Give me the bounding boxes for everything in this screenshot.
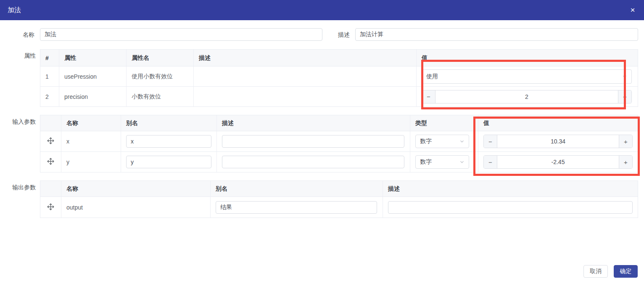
prop-name: 使用小数有效位 (127, 66, 194, 86)
type-select[interactable]: 数字 (415, 135, 469, 148)
input-params-section-label: 输入参数 (0, 118, 36, 126)
description-label: 描述 (315, 28, 350, 41)
stepper-plus-button[interactable]: + (619, 156, 632, 168)
stepper-minus-button[interactable]: − (422, 90, 435, 103)
value-stepper: − -2.45 + (483, 155, 633, 169)
stepper-value[interactable]: -2.45 (497, 156, 619, 168)
col-header-index: # (40, 50, 59, 66)
chevron-down-icon (459, 159, 465, 165)
col-header-name: 名称 (61, 115, 121, 131)
stepper-minus-button[interactable]: − (484, 135, 497, 148)
drag-handle-icon[interactable] (47, 137, 55, 146)
stepper-plus-button[interactable]: + (618, 90, 631, 103)
output-params-table: 名称 别名 描述 output (40, 180, 638, 218)
confirm-button[interactable]: 确定 (614, 265, 638, 278)
prop-key: usePression (59, 66, 127, 86)
col-header-drag (40, 115, 61, 131)
alias-input[interactable] (126, 156, 211, 168)
drag-handle-icon[interactable] (47, 203, 55, 212)
dialog-title: 加法 (8, 6, 21, 15)
type-select[interactable]: 数字 (415, 155, 469, 169)
table-row: 1 usePression 使用小数有效位 使用 (40, 66, 638, 87)
select-value: 数字 (420, 158, 432, 166)
description-input[interactable] (355, 28, 638, 41)
stepper-value[interactable]: 2 (435, 90, 618, 103)
table-row: y 数字 − -2.45 + (40, 152, 638, 173)
drag-handle-icon[interactable] (47, 157, 55, 167)
col-header-alias: 别名 (121, 115, 217, 131)
table-row: 2 precision 小数有效位 − 2 + (40, 87, 638, 107)
input-params-table: 名称 别名 描述 类型 值 x 数字 (40, 115, 638, 173)
close-icon[interactable]: × (627, 4, 639, 16)
col-header-alias: 别名 (211, 181, 383, 196)
table-row: output (40, 197, 638, 218)
param-name: y (61, 152, 121, 172)
table-row: x 数字 − 10.34 + (40, 131, 638, 152)
cancel-button[interactable]: 取消 (583, 265, 608, 278)
properties-table: # 属性 属性名 描述 值 1 usePression 使用小数有效位 使用 2 (40, 49, 638, 107)
select-value: 使用 (426, 73, 438, 80)
value-stepper: − 10.34 + (483, 135, 633, 148)
row-index: 2 (40, 87, 59, 106)
desc-input[interactable] (388, 201, 633, 214)
col-header-desc: 描述 (194, 50, 417, 66)
prop-desc (194, 66, 417, 86)
properties-section-label: 属性 (0, 52, 36, 60)
col-header-prop-name: 属性名 (127, 50, 194, 66)
chevron-down-icon (459, 139, 465, 144)
input-params-table-header: 名称 别名 描述 类型 值 (40, 115, 638, 131)
dialog-header: 加法 × (0, 0, 644, 20)
properties-table-header: # 属性 属性名 描述 值 (40, 50, 638, 66)
addition-dialog: 加法 × 名称 描述 属性 # 属性 属性名 描述 值 1 usePressio… (0, 0, 644, 284)
alias-input[interactable] (126, 135, 211, 148)
alias-input[interactable] (216, 201, 377, 214)
output-params-section-label: 输出参数 (0, 184, 36, 191)
row-index: 1 (40, 66, 59, 86)
col-header-drag (40, 181, 61, 196)
col-header-value: 值 (417, 50, 638, 66)
desc-input[interactable] (222, 156, 404, 168)
prop-desc (194, 87, 417, 106)
output-params-table-header: 名称 别名 描述 (40, 181, 638, 197)
col-header-name: 名称 (61, 181, 211, 196)
desc-input[interactable] (222, 135, 404, 148)
name-input[interactable] (40, 28, 322, 41)
col-header-type: 类型 (410, 115, 478, 131)
precision-stepper: − 2 + (422, 90, 632, 104)
select-value: 数字 (420, 138, 432, 145)
stepper-plus-button[interactable]: + (619, 135, 632, 148)
param-name: x (61, 131, 121, 151)
prop-key: precision (59, 87, 127, 106)
use-precision-select[interactable]: 使用 (422, 69, 632, 84)
stepper-value[interactable]: 10.34 (497, 135, 619, 148)
param-name: output (61, 197, 211, 218)
name-label: 名称 (0, 28, 34, 41)
col-header-desc: 描述 (383, 181, 638, 196)
col-header-desc: 描述 (217, 115, 410, 131)
prop-name: 小数有效位 (127, 87, 194, 106)
stepper-minus-button[interactable]: − (484, 156, 497, 168)
col-header-prop: 属性 (59, 50, 127, 66)
col-header-value: 值 (478, 115, 638, 131)
chevron-down-icon (622, 74, 627, 79)
